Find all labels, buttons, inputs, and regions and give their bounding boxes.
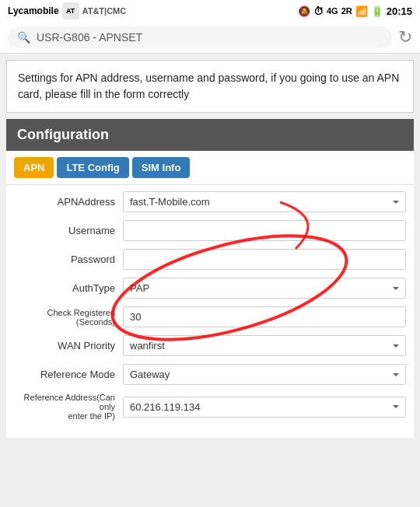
form-row-apn-address: APNAddress fast.T-Mobile.com internet [14, 191, 406, 212]
signal-bars-icon: 📶 [355, 5, 368, 17]
form-row-authtype: AuthType PAP CHAP None [14, 278, 406, 299]
search-text: USR-G806 - APNSET [37, 31, 142, 44]
apn-address-label: APNAddress [14, 196, 123, 208]
wan-priority-label: WAN Priority [14, 340, 123, 351]
status-bar: Lycamobile AT AT&T|CMC 🔕 ⏱ 4G 2R 📶 🔋 20:… [0, 0, 420, 22]
apn-address-select[interactable]: fast.T-Mobile.com internet [123, 191, 406, 212]
form-row-password: Password [14, 249, 406, 270]
tab-sim-info[interactable]: SIM Info [132, 157, 191, 178]
carrier-icon: AT [62, 2, 79, 19]
username-label: Username [14, 225, 123, 236]
refresh-icon[interactable]: ↻ [398, 27, 412, 47]
username-input[interactable] [123, 220, 406, 241]
status-icons: 🔕 ⏱ 4G 2R 📶 🔋 20:15 [298, 5, 412, 17]
tab-apn[interactable]: APN [14, 157, 54, 178]
config-header: Configuration [6, 119, 414, 151]
search-input-wrap[interactable]: 🔍 USR-G806 - APNSET [8, 26, 392, 48]
form-row-reference-mode: Reference Mode Gateway Ping [14, 364, 406, 385]
battery-icon: 🔋 [371, 5, 383, 17]
configuration-form: APNAddress fast.T-Mobile.com internet Us… [6, 185, 414, 438]
password-label: Password [14, 253, 123, 265]
info-text: Settings for APN address, username and p… [18, 72, 399, 100]
signal-2g-icon: 2R [341, 6, 352, 16]
reference-address-select[interactable]: 60.216.119.134 [123, 397, 406, 418]
form-row-username: Username [14, 220, 406, 241]
reference-address-label: Reference Address(Can onlyenter the IP) [14, 393, 123, 421]
check-registered-label: Check Registered (Seconds) [14, 308, 123, 327]
reference-mode-label: Reference Mode [14, 369, 123, 380]
check-registered-input[interactable] [123, 306, 406, 327]
clock-icon: ⏱ [313, 5, 324, 17]
tabs-bar: APN LTE Config SIM Info [6, 151, 414, 185]
configuration-section: Configuration APN LTE Config SIM Info AP… [6, 119, 414, 438]
form-row-reference-address: Reference Address(Can onlyenter the IP) … [14, 393, 406, 421]
config-title: Configuration [17, 127, 109, 142]
form-row-check-registered: Check Registered (Seconds) [14, 306, 406, 327]
tab-lte-config[interactable]: LTE Config [57, 157, 128, 178]
mute-icon: 🔕 [298, 5, 310, 17]
network-name: AT&T|CMC [82, 6, 127, 16]
reference-mode-select[interactable]: Gateway Ping [123, 364, 406, 385]
carrier-info: Lycamobile AT AT&T|CMC [8, 2, 126, 19]
signal-4g-icon: 4G [327, 6, 338, 16]
info-box: Settings for APN address, username and p… [6, 60, 414, 113]
form-row-wan-priority: WAN Priority wanfirst wanonly auto [14, 335, 406, 356]
password-input[interactable] [123, 249, 406, 270]
search-bar: 🔍 USR-G806 - APNSET ↻ [0, 22, 420, 54]
carrier-name: Lycamobile [8, 5, 59, 16]
authtype-label: AuthType [14, 282, 123, 294]
wan-priority-select[interactable]: wanfirst wanonly auto [123, 335, 406, 356]
search-icon: 🔍 [17, 31, 30, 44]
time-display: 20:15 [387, 5, 412, 17]
authtype-select[interactable]: PAP CHAP None [123, 278, 406, 299]
